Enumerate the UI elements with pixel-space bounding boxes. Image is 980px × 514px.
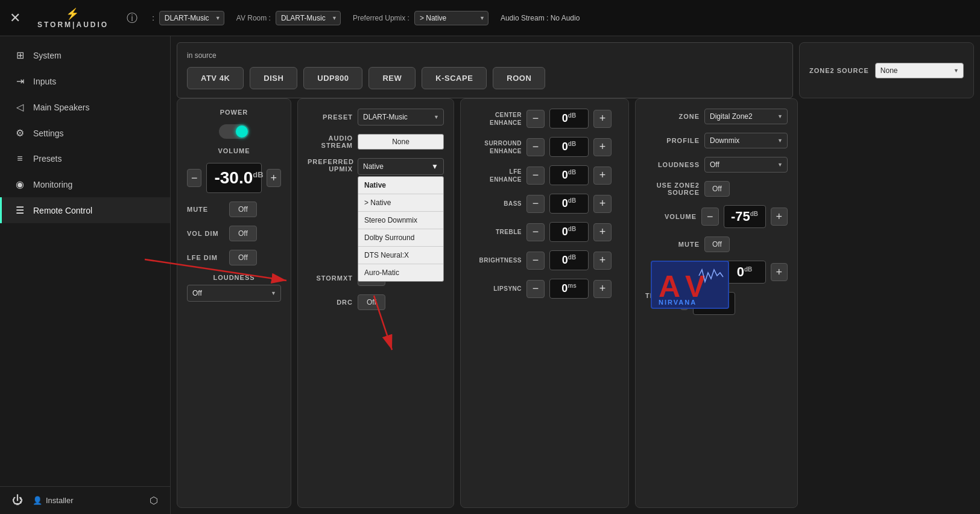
zone-loudness-label: LOUDNESS — [645, 161, 700, 168]
bass-decrease[interactable]: − — [526, 195, 545, 213]
zone-select[interactable]: Digital Zone2 Zone3 — [704, 109, 788, 124]
installer-icon: 👤 — [33, 496, 42, 505]
speakers-icon: ◁ — [14, 101, 26, 113]
sidebar-item-inputs[interactable]: ⇥ Inputs — [0, 68, 170, 94]
info-icon[interactable]: ⓘ — [127, 11, 138, 25]
use-zone2-row: USE ZONE2 SOURCE Off — [645, 181, 788, 197]
lfe-dim-button[interactable]: Off — [229, 250, 257, 265]
use-zone2-button[interactable]: Off — [704, 181, 730, 197]
lipsync-increase[interactable]: + — [593, 280, 612, 298]
source-btn-udp800[interactable]: UDP800 — [303, 67, 362, 89]
preset-panel: PRESET DLART-Music Option2 AUDIOSTREAM N… — [297, 98, 454, 508]
source-btn-rew[interactable]: REW — [368, 67, 416, 89]
logout-button[interactable]: ⬡ — [150, 495, 158, 506]
installer-button[interactable]: 👤 Installer — [33, 496, 74, 505]
preset-select[interactable]: DLART-Music Option2 — [159, 11, 224, 25]
lfe-enhance-row: LFEENHANCE − 0dB + — [470, 165, 619, 185]
sidebar-item-label-remote-control: Remote Control — [33, 206, 92, 215]
topbar: ✕ ⚡ STORM|AUDIO ⓘ : DLART-Music Option2 … — [0, 0, 980, 36]
surround-enhance-value: 0dB — [549, 137, 589, 157]
close-button[interactable]: ✕ — [10, 10, 21, 26]
source-btn-dish[interactable]: DISH — [250, 67, 297, 89]
profile-select[interactable]: Downmix Stereo 5.1 — [704, 133, 788, 148]
power-panel: POWER VOLUME − -30.0dB + MUTE Off — [177, 98, 291, 508]
source-btn-kscape[interactable]: K-SCAPE — [422, 67, 487, 89]
power-panel-title: POWER — [187, 109, 281, 116]
brightness-increase[interactable]: + — [593, 252, 612, 270]
brightness-decrease[interactable]: − — [526, 252, 545, 270]
zone-bass-unit: dB — [744, 266, 752, 273]
zone2-source-panel: ZONE2 SOURCE None ATV 4K DISH UDP800 — [799, 42, 974, 98]
surround-enhance-decrease[interactable]: − — [526, 138, 545, 156]
presets-icon: ≡ — [14, 153, 26, 164]
mute-button[interactable]: Off — [229, 201, 257, 217]
lfe-enhance-decrease[interactable]: − — [526, 167, 545, 185]
bass-increase[interactable]: + — [593, 195, 612, 213]
loudness-select[interactable]: Off Low Mid High — [187, 285, 281, 302]
treble-decrease[interactable]: − — [526, 223, 545, 241]
system-icon: ⊞ — [14, 49, 26, 61]
bass-row: BASS − 0dB + — [470, 194, 619, 214]
panels-row: POWER VOLUME − -30.0dB + MUTE Off — [171, 98, 980, 514]
zone-mute-button[interactable]: Off — [704, 236, 730, 252]
brightness-unit: dB — [568, 254, 576, 261]
surround-enhance-increase[interactable]: + — [593, 138, 612, 156]
zone-bass-increase[interactable]: + — [771, 263, 788, 281]
source-btn-atv4k[interactable]: ATV 4K — [187, 67, 244, 89]
upmix-option-dolby-surround[interactable]: Dolby Surround — [358, 229, 443, 247]
upmix-option-native[interactable]: Native — [358, 177, 443, 194]
power-button[interactable]: ⏻ — [12, 494, 23, 507]
power-toggle[interactable] — [219, 124, 249, 139]
zone-loudness-select[interactable]: Off Low Mid High — [704, 157, 788, 173]
sidebar-item-remote-control[interactable]: ☰ Remote Control — [0, 197, 170, 223]
sidebar-item-system[interactable]: ⊞ System — [0, 42, 170, 68]
volume-decrease-button[interactable]: − — [187, 169, 201, 187]
volume-unit: dB — [253, 170, 263, 179]
zone2-source-select[interactable]: None ATV 4K DISH UDP800 — [875, 63, 964, 78]
sidebar-item-label-inputs: Inputs — [33, 77, 56, 86]
upmix-option-gt-native[interactable]: > Native — [358, 194, 443, 212]
center-enhance-increase[interactable]: + — [593, 110, 612, 128]
drc-label: DRC — [308, 299, 353, 306]
logo: ⚡ STORM|AUDIO — [37, 7, 109, 29]
zone-volume-display: -75dB — [724, 205, 766, 228]
zone-treble-row: TREBLE − 0dB A V — [645, 292, 788, 315]
avroom-select[interactable]: DLART-Music Room2 — [276, 11, 341, 25]
source-bar-title: in source — [187, 51, 783, 60]
sidebar-item-main-speakers[interactable]: ◁ Main Speakers — [0, 94, 170, 120]
treble-increase[interactable]: + — [593, 223, 612, 241]
nirvana-logo: A V NIRVANA — [651, 261, 729, 309]
zone-volume-row: VOLUME − -75dB + — [645, 205, 788, 228]
upmix-option-dts-neural[interactable]: DTS Neural:X — [358, 247, 443, 264]
upmix-select[interactable]: > Native Native Stereo Downmix Dolby Sur… — [414, 11, 488, 25]
sidebar-item-settings[interactable]: ⚙ Settings — [0, 120, 170, 146]
source-bar: in source ATV 4K DISH UDP800 REW K-SCAPE… — [177, 42, 793, 98]
upmix-trigger-value: Native — [363, 162, 384, 171]
mute-label: MUTE — [187, 206, 223, 213]
upmix-option-stereo-downmix[interactable]: Stereo Downmix — [358, 212, 443, 229]
sidebar-item-label-monitoring: Monitoring — [33, 180, 72, 189]
zone-volume-increase[interactable]: + — [771, 208, 788, 226]
upmix-trigger-button[interactable]: Native ▼ — [358, 158, 444, 175]
drc-button[interactable]: Off — [358, 294, 385, 310]
sidebar-item-monitoring[interactable]: ◉ Monitoring — [0, 171, 170, 197]
sidebar-item-presets[interactable]: ≡ Presets — [0, 146, 170, 171]
profile-label: PROFILE — [645, 137, 700, 144]
vol-dim-row: VOL DIM Off — [187, 226, 281, 241]
vol-dim-button[interactable]: Off — [229, 226, 257, 241]
volume-increase-button[interactable]: + — [267, 169, 281, 187]
lipsync-decrease[interactable]: − — [526, 280, 545, 298]
preset-panel-select[interactable]: DLART-Music Option2 — [358, 109, 444, 125]
settings-icon: ⚙ — [14, 127, 26, 139]
zone-select-wrap: Digital Zone2 Zone3 — [704, 109, 788, 124]
center-enhance-decrease[interactable]: − — [526, 110, 545, 128]
lfe-enhance-increase[interactable]: + — [593, 167, 612, 185]
vol-dim-label: VOL DIM — [187, 230, 223, 237]
volume-value: -30.0 — [214, 168, 253, 187]
zone-loudness-select-wrap: Off Low Mid High — [704, 157, 788, 173]
installer-label: Installer — [46, 496, 74, 505]
upmix-option-auro-matic[interactable]: Auro-Matic — [358, 264, 443, 281]
zone-volume-decrease[interactable]: − — [701, 208, 718, 226]
monitoring-icon: ◉ — [14, 179, 26, 190]
source-btn-roon[interactable]: ROON — [493, 67, 545, 89]
